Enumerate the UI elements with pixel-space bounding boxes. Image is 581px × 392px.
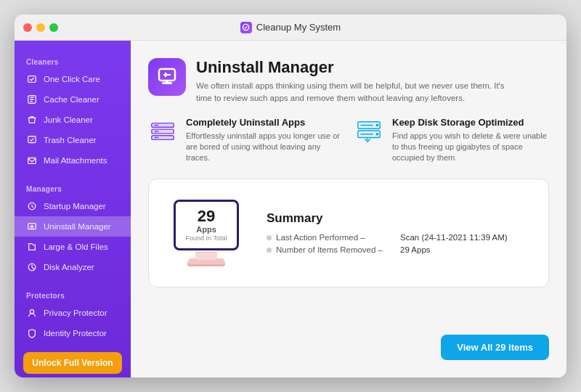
feature-card-uninstall: Completely Uninstall Apps Effortlessly u… bbox=[148, 117, 343, 164]
large-old-files-icon bbox=[26, 241, 38, 253]
junk-cleaner-icon bbox=[26, 114, 38, 126]
sidebar-item-uninstall-manager[interactable]: Uninstall Manager bbox=[15, 216, 131, 237]
trash-cleaner-icon bbox=[26, 134, 38, 146]
feature1-title: Completely Uninstall Apps bbox=[186, 117, 343, 128]
unlock-full-version-button[interactable]: Unlock Full Version bbox=[23, 352, 122, 374]
summary-card: 29 Apps Found In Total Summary Last Acti bbox=[148, 179, 549, 287]
feature-card-storage: Keep Disk Storage Optimized Find apps yo… bbox=[354, 117, 549, 164]
svg-rect-4 bbox=[28, 158, 36, 164]
summary-row-2: Number of Items Removed – 29 Apps bbox=[267, 245, 508, 254]
feature2-desc: Find apps you wish to delete & were unab… bbox=[392, 131, 549, 164]
storage-icon bbox=[354, 117, 383, 146]
svg-rect-11 bbox=[166, 81, 168, 83]
uninstall-manager-icon bbox=[26, 221, 38, 232]
feature-card-storage-text: Keep Disk Storage Optimized Find apps yo… bbox=[392, 117, 549, 164]
sidebar-item-startup-manager[interactable]: Startup Manager bbox=[15, 196, 131, 216]
minimize-button[interactable] bbox=[36, 23, 45, 32]
titlebar: Cleanup My System bbox=[15, 15, 566, 41]
bullet-1 bbox=[267, 235, 272, 240]
page-title: Uninstall Manager bbox=[196, 58, 516, 77]
sidebar-item-one-click-care[interactable]: One Click Care bbox=[15, 69, 131, 89]
mail-attachments-icon bbox=[26, 155, 38, 166]
one-click-care-icon bbox=[26, 73, 38, 85]
uninstall-manager-label: Uninstall Manager bbox=[44, 222, 111, 231]
main-content: Cleaners One Click Care Cache bbox=[15, 41, 566, 377]
page-description: We often install apps thinking using the… bbox=[196, 80, 516, 105]
sidebar-item-privacy-protector[interactable]: Privacy Protector bbox=[15, 303, 131, 323]
trash-cleaner-label: Trash Cleaner bbox=[44, 136, 96, 144]
sidebar-item-identity-protector[interactable]: Identity Protector bbox=[15, 323, 131, 343]
disk-analyzer-icon bbox=[26, 261, 38, 273]
identity-protector-icon bbox=[26, 327, 38, 339]
uninstall-apps-icon bbox=[148, 117, 177, 146]
monitor-screen: 29 Apps Found In Total bbox=[174, 200, 239, 250]
disk-analyzer-label: Disk Analyzer bbox=[44, 263, 94, 271]
monitor-sub-text: Found In Total bbox=[186, 234, 227, 242]
identity-protector-label: Identity Protector bbox=[44, 329, 107, 338]
sidebar-item-disk-analyzer[interactable]: Disk Analyzer bbox=[15, 257, 131, 277]
feature-cards: Completely Uninstall Apps Effortlessly u… bbox=[148, 117, 549, 164]
summary-row-1: Last Action Performed – Scan (24-11-2021… bbox=[267, 233, 508, 242]
feature-card-uninstall-text: Completely Uninstall Apps Effortlessly u… bbox=[186, 117, 343, 164]
one-click-care-label: One Click Care bbox=[44, 75, 100, 83]
monitor-count-number: 29 bbox=[198, 208, 215, 225]
summary-info: Summary Last Action Performed – Scan (24… bbox=[267, 211, 508, 254]
summary-row2-value: 29 Apps bbox=[400, 245, 431, 254]
monitor-count-unit: Apps bbox=[196, 225, 216, 234]
junk-cleaner-label: Junk Cleaner bbox=[44, 115, 93, 124]
sidebar: Cleaners One Click Care Cache bbox=[15, 41, 131, 377]
startup-manager-icon bbox=[26, 200, 38, 212]
content-area: Uninstall Manager We often install apps … bbox=[131, 41, 566, 377]
cache-cleaner-icon bbox=[26, 94, 38, 105]
content-footer: View All 29 items bbox=[148, 335, 549, 360]
page-header: Uninstall Manager We often install apps … bbox=[148, 58, 549, 105]
traffic-lights bbox=[23, 23, 58, 32]
summary-rows: Last Action Performed – Scan (24-11-2021… bbox=[267, 233, 508, 254]
app-icon bbox=[240, 22, 252, 33]
managers-section-label: Managers bbox=[15, 179, 131, 196]
app-window: Cleanup My System Cleaners One Click Car… bbox=[15, 15, 566, 377]
summary-row2-label: Number of Items Removed – bbox=[276, 245, 396, 254]
svg-point-20 bbox=[376, 123, 379, 126]
maximize-button[interactable] bbox=[49, 23, 58, 32]
summary-row1-value: Scan (24-11-2021 11:39 AM) bbox=[400, 233, 508, 242]
protectors-section-label: Protectors bbox=[15, 286, 131, 303]
app-title: Cleanup My System bbox=[240, 22, 341, 33]
monitor-illustration: 29 Apps Found In Total bbox=[166, 197, 246, 269]
mail-attachments-label: Mail Attachments bbox=[44, 156, 107, 165]
sidebar-item-large-old-files[interactable]: Large & Old Files bbox=[15, 237, 131, 257]
uninstall-manager-header-icon bbox=[148, 58, 186, 96]
sidebar-bottom: Unlock Full Version bbox=[15, 343, 131, 377]
cache-cleaner-label: Cache Cleaner bbox=[44, 95, 99, 104]
summary-row1-label: Last Action Performed – bbox=[276, 233, 396, 242]
svg-point-21 bbox=[376, 132, 379, 135]
bullet-2 bbox=[267, 248, 272, 253]
privacy-protector-icon bbox=[26, 307, 38, 319]
sidebar-item-cache-cleaner[interactable]: Cache Cleaner bbox=[15, 89, 131, 110]
svg-point-8 bbox=[30, 310, 33, 314]
sidebar-item-mail-attachments[interactable]: Mail Attachments bbox=[15, 150, 131, 171]
sidebar-item-trash-cleaner[interactable]: Trash Cleaner bbox=[15, 130, 131, 150]
startup-manager-label: Startup Manager bbox=[44, 202, 106, 211]
cleaners-section-label: Cleaners bbox=[15, 52, 131, 69]
summary-title: Summary bbox=[267, 211, 508, 226]
close-button[interactable] bbox=[23, 23, 32, 32]
sidebar-item-junk-cleaner[interactable]: Junk Cleaner bbox=[15, 110, 131, 130]
view-all-button[interactable]: View All 29 items bbox=[441, 335, 549, 360]
page-header-text: Uninstall Manager We often install apps … bbox=[196, 58, 516, 105]
privacy-protector-label: Privacy Protector bbox=[44, 309, 107, 317]
feature2-title: Keep Disk Storage Optimized bbox=[392, 117, 549, 128]
feature1-desc: Effortlessly uninstall apps you longer u… bbox=[186, 131, 343, 164]
large-old-files-label: Large & Old Files bbox=[44, 242, 108, 251]
